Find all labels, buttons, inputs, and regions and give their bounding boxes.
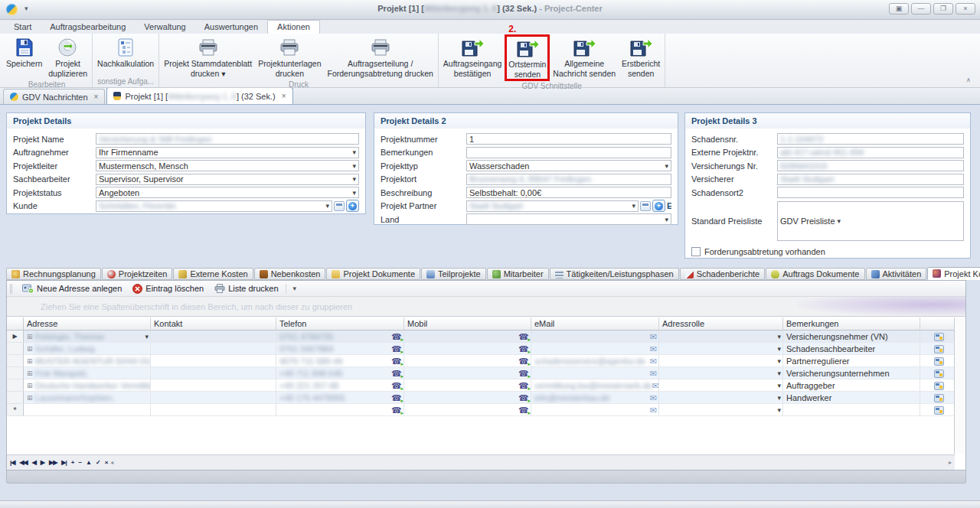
phone-dial-icon[interactable]: ☎▸ xyxy=(518,333,529,341)
versicherer-input[interactable]: Stadt Stuttgart xyxy=(777,174,964,185)
hscroll-right-icon[interactable]: ▸ xyxy=(949,459,952,466)
close-tab-icon[interactable]: × xyxy=(282,92,286,100)
tab-auftrags-dokumente[interactable]: Auftrags Dokumente xyxy=(766,268,864,280)
tab-teilprojekte[interactable]: Teilprojekte xyxy=(421,268,486,280)
add-kunde-button[interactable]: + xyxy=(346,200,359,212)
beschreibung-input[interactable]: Selbstbehalt: 0,00€ xyxy=(466,187,671,198)
caret-down-icon[interactable]: ▾ xyxy=(350,148,356,156)
column-header-email[interactable]: eMail xyxy=(531,318,659,331)
auftragseingang-bestaetigen-button[interactable]: Auftragseingang bestätigen xyxy=(440,34,505,80)
tab-aktivitaeten[interactable]: Aktivitäten xyxy=(866,268,927,280)
table-row[interactable]: ⊞Deutsche Handwerker Vermittlung AG +49 … xyxy=(7,379,955,392)
forderungsabtretung-checkbox[interactable] xyxy=(691,247,701,256)
expand-row-icon[interactable]: ⊞ xyxy=(27,382,33,389)
note-icon[interactable] xyxy=(934,394,944,402)
tab-taetigkeiten[interactable]: Tätigkeiten/Leistungsphasen xyxy=(550,268,679,280)
ribbon-tab-verwaltung[interactable]: Verwaltung xyxy=(135,21,194,34)
ribbon-tab-auftragsbearbeitung[interactable]: Auftragsbearbeitung xyxy=(41,21,135,34)
externe-projektnr-input[interactable]: abt 417-wknd 451-494 xyxy=(777,147,964,158)
note-icon[interactable] xyxy=(934,370,944,378)
nav-prev-button[interactable]: ◀ xyxy=(32,459,36,466)
land-combo[interactable]: ▾ xyxy=(466,213,671,225)
close-button[interactable]: × xyxy=(956,3,975,15)
caret-down-icon[interactable]: ▾ xyxy=(662,162,668,170)
tab-schadenberichte[interactable]: Schadenberichte xyxy=(680,268,766,280)
tab-nebenkosten[interactable]: Nebenkosten xyxy=(254,268,326,280)
sachbearbeiter-combo[interactable]: Supervisor, Supervisor▾ xyxy=(96,174,359,185)
projekt-duplizieren-button[interactable]: Projekt duplizieren xyxy=(45,34,90,80)
caret-down-icon[interactable]: ▾ xyxy=(777,382,781,389)
nav-first-button[interactable]: |◀ xyxy=(10,459,15,466)
liste-drucken-button[interactable]: Liste drucken xyxy=(211,283,282,294)
doc-tab-gdv-nachrichten[interactable]: GDV Nachrichten × xyxy=(3,89,105,104)
toolbar-grip[interactable] xyxy=(10,284,12,294)
expand-row-icon[interactable]: ⊞ xyxy=(27,394,33,402)
nav-endedit-button[interactable]: ✓ xyxy=(96,459,100,466)
nav-next-page-button[interactable]: ▶▶ xyxy=(49,459,57,466)
phone-dial-icon[interactable]: ☎▸ xyxy=(518,345,529,353)
erstbericht-senden-button[interactable]: Erstbericht senden xyxy=(619,34,663,80)
phone-dial-icon[interactable]: ☎▸ xyxy=(518,382,529,390)
phone-dial-icon[interactable]: ☎▸ xyxy=(391,345,402,353)
allgemeine-nachricht-senden-button[interactable]: Allgemeine Nachricht senden xyxy=(550,34,619,80)
phone-dial-icon[interactable]: ☎▸ xyxy=(518,406,529,415)
phone-dial-icon[interactable]: ☎▸ xyxy=(518,370,529,378)
nav-append-button[interactable]: + xyxy=(71,459,74,466)
projektstatus-combo[interactable]: Angeboten▾ xyxy=(96,187,359,198)
projekt-partner-combo[interactable]: Stadt Stuttgart▾ xyxy=(466,200,639,212)
phone-dial-icon[interactable]: ☎▸ xyxy=(391,394,402,402)
bemerkungen-input[interactable] xyxy=(466,147,671,158)
note-icon[interactable] xyxy=(934,382,944,390)
speichern-button[interactable]: Speichern xyxy=(3,34,45,70)
new-row[interactable]: * ☎▸ ☎▸ ✉ ▾ xyxy=(7,404,955,416)
standard-preisliste-combo[interactable]: GDV Preisliste▾ xyxy=(777,201,964,241)
nav-delete-button[interactable]: − xyxy=(78,459,81,466)
nav-last-button[interactable]: ▶| xyxy=(61,459,66,466)
ortstermin-senden-button[interactable]: 2. Ortstermin senden xyxy=(505,34,550,81)
stammdatenblatt-drucken-button[interactable]: Projekt Stammdatenblatt drucken ▾ xyxy=(161,34,255,80)
collapse-ribbon-button[interactable]: ∧ xyxy=(963,76,974,84)
kunde-combo[interactable]: Schmidten, Florentin▾ xyxy=(96,200,332,212)
phone-dial-icon[interactable]: ☎▸ xyxy=(391,357,402,366)
projekt-name-input[interactable]: Versicherung & Stift Freilingen xyxy=(96,133,359,145)
tab-projekt-dokumente[interactable]: Projekt Dokumente xyxy=(326,268,420,280)
open-address-card-icon[interactable] xyxy=(640,201,651,211)
caret-down-icon[interactable]: ▾ xyxy=(629,202,635,210)
neue-adresse-anlegen-button[interactable]: Neue Adresse anlegen xyxy=(18,283,126,294)
table-row[interactable]: ⊞MUSTER AGENTUR 50/44 OU 19 4070 711 589… xyxy=(7,355,955,367)
caret-down-icon[interactable]: ▾ xyxy=(662,216,668,223)
projekttyp-combo[interactable]: Wasserschaden▾ xyxy=(466,160,671,171)
column-header-adresse[interactable]: Adresse xyxy=(24,318,151,331)
send-email-icon[interactable]: ✉ xyxy=(652,382,659,390)
note-icon[interactable] xyxy=(934,406,944,415)
vertical-scrollbar[interactable] xyxy=(954,318,965,454)
projektleiter-combo[interactable]: Mustermensch, Mensch▾ xyxy=(96,160,359,171)
phone-dial-icon[interactable]: ☎▸ xyxy=(391,333,402,341)
versicherungs-nr-input[interactable]: 5095841019 xyxy=(777,160,964,171)
caret-down-icon[interactable]: ▾ xyxy=(350,189,356,197)
toolbar-overflow-caret-icon[interactable]: ▾ xyxy=(289,285,301,292)
send-email-icon[interactable]: ✉ xyxy=(650,357,657,366)
expand-row-icon[interactable]: ⊞ xyxy=(27,370,33,377)
tab-projekt-kontakte[interactable]: Projekt Kontakte xyxy=(927,267,980,280)
caret-down-icon[interactable]: ▾ xyxy=(777,406,781,414)
schadensnr-input[interactable]: 1-1-164972 xyxy=(777,133,964,145)
hscroll-left-icon[interactable]: ◂ xyxy=(110,459,113,466)
caret-down-icon[interactable]: ▾ xyxy=(777,345,781,353)
send-email-icon[interactable]: ✉ xyxy=(650,406,657,415)
table-row[interactable]: ⊞Schäfer, Ludwig 0761 5667884☎▸ ☎▸ ✉ ▾ S… xyxy=(7,343,955,355)
auftragserteilung-drucken-button[interactable]: Auftragserteilung / Forderungsabtretung … xyxy=(325,34,436,80)
projektunterlagen-drucken-button[interactable]: Projektunterlagen drucken xyxy=(255,34,324,80)
add-partner-button[interactable]: + xyxy=(652,200,665,212)
close-tab-icon[interactable]: × xyxy=(94,93,99,101)
note-icon[interactable] xyxy=(934,345,944,353)
send-email-icon[interactable]: ✉ xyxy=(650,394,657,402)
caret-down-icon[interactable]: ▾ xyxy=(350,162,356,170)
caret-down-icon[interactable]: ▾ xyxy=(323,202,329,210)
send-email-icon[interactable]: ✉ xyxy=(650,345,657,353)
group-by-panel[interactable]: Ziehen Sie eine Spaltenüberschrift in di… xyxy=(7,297,965,317)
caret-down-icon[interactable]: ▾ xyxy=(777,394,781,402)
phone-dial-icon[interactable]: ☎▸ xyxy=(518,394,529,402)
tab-externe-kosten[interactable]: Externe Kosten xyxy=(173,268,253,280)
send-email-icon[interactable]: ✉ xyxy=(650,333,657,341)
